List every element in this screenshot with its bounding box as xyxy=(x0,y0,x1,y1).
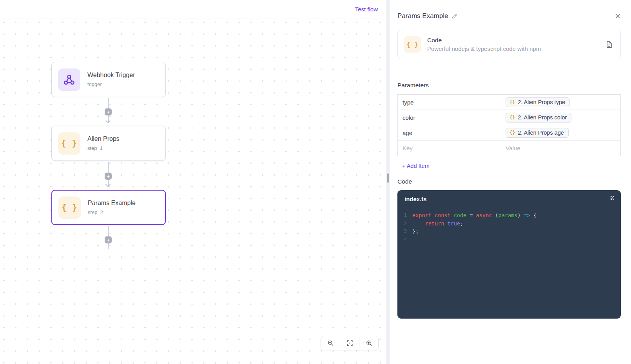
parameters-heading: Parameters xyxy=(397,82,621,89)
step-type-card[interactable]: { } Code Powerful nodejs & typescript co… xyxy=(397,30,621,59)
test-flow-button[interactable]: Test flow xyxy=(355,6,378,13)
code-text: export const code = async (params) => { xyxy=(412,211,537,220)
value-placeholder: Value xyxy=(506,145,520,151)
braces-icon: { } xyxy=(406,41,418,48)
fit-view-button[interactable] xyxy=(340,336,359,350)
document-icon xyxy=(605,40,613,49)
code-editor[interactable]: index.ts 1export const code = async (par… xyxy=(397,190,621,319)
add-step-button[interactable]: + xyxy=(105,173,112,180)
panel-resizer[interactable] xyxy=(386,0,390,364)
node-subtitle: step_2 xyxy=(88,209,136,215)
parameter-row: color{}2. Alien Props color xyxy=(398,110,620,125)
param-value-cell[interactable]: {}2. Alien Props color xyxy=(500,110,620,125)
flow-canvas[interactable]: Test flow Webhook Trigger trigger + { } xyxy=(0,0,386,364)
param-key-cell[interactable]: type xyxy=(398,95,500,110)
zoom-out-icon xyxy=(327,339,334,347)
resize-handle[interactable] xyxy=(387,173,389,183)
line-number: 4 xyxy=(397,236,412,244)
chip-label: 2. Alien Props age xyxy=(518,130,564,136)
line-number: 1 xyxy=(397,211,412,220)
code-text: return true; xyxy=(412,220,463,228)
node-subtitle: trigger xyxy=(87,81,135,87)
close-panel-button[interactable] xyxy=(615,13,621,19)
line-number: 3 xyxy=(397,227,412,236)
chip-label: 2. Alien Props type xyxy=(518,99,565,105)
docs-button[interactable] xyxy=(605,40,613,49)
card-icon-box: { } xyxy=(404,36,421,53)
braces-icon: {} xyxy=(510,115,515,120)
zoom-in-icon xyxy=(365,339,373,347)
app-root: Test flow Webhook Trigger trigger + { } xyxy=(0,0,631,364)
param-key-input[interactable]: Key xyxy=(398,141,500,156)
param-value-cell[interactable]: {}2. Alien Props type xyxy=(500,95,620,110)
card-subtitle: Powerful nodejs & typescript code with n… xyxy=(427,45,541,52)
code-line: 2 return true; xyxy=(397,220,621,228)
param-value-chip[interactable]: {}2. Alien Props age xyxy=(506,128,569,138)
node-title: Params Example xyxy=(88,200,136,207)
code-line: 4 xyxy=(397,236,621,244)
param-value-cell[interactable]: {}2. Alien Props age xyxy=(500,125,620,140)
node-subtitle: step_1 xyxy=(87,145,120,151)
braces-icon: { } xyxy=(61,139,77,148)
connector-arrow-icon xyxy=(105,118,111,123)
node-webhook-trigger[interactable]: Webhook Trigger trigger xyxy=(51,62,166,97)
add-step-button[interactable]: + xyxy=(105,236,112,243)
node-icon-box xyxy=(58,68,80,91)
line-number: 2 xyxy=(397,220,412,228)
fit-view-icon xyxy=(346,339,354,347)
expand-editor-button[interactable] xyxy=(609,195,615,201)
node-title: Alien Props xyxy=(87,135,120,142)
param-value-chip[interactable]: {}2. Alien Props color xyxy=(506,113,571,123)
canvas-topbar: Test flow xyxy=(0,0,386,18)
panel-title: Params Example xyxy=(397,12,448,20)
webhook-icon xyxy=(63,74,75,86)
param-value-chip[interactable]: {}2. Alien Props type xyxy=(506,97,570,107)
zoom-in-button[interactable] xyxy=(359,336,378,350)
code-line: 3}; xyxy=(397,227,621,236)
code-heading: Code xyxy=(397,178,621,185)
parameter-row: type{}2. Alien Props type xyxy=(398,95,620,110)
node-alien-props[interactable]: { } Alien Props step_1 xyxy=(51,126,166,161)
expand-icon xyxy=(609,195,615,201)
editor-filename: index.ts xyxy=(397,196,621,202)
braces-icon: {} xyxy=(510,99,515,105)
braces-icon: {} xyxy=(510,130,515,135)
rename-button[interactable] xyxy=(451,13,457,19)
param-value-input[interactable]: Value xyxy=(500,141,620,156)
connector-arrow-icon xyxy=(105,182,111,187)
zoom-out-button[interactable] xyxy=(321,336,340,350)
node-params-example[interactable]: { } Params Example step_2 xyxy=(51,190,166,225)
node-icon-box: { } xyxy=(58,196,81,219)
code-text: }; xyxy=(412,227,419,236)
pencil-icon xyxy=(451,13,457,19)
code-lines: 1export const code = async (params) => {… xyxy=(397,211,621,243)
add-item-button[interactable]: + Add Item xyxy=(402,163,430,169)
card-title: Code xyxy=(427,37,541,44)
parameter-row: age{}2. Alien Props age xyxy=(398,125,620,141)
config-panel: Params Example { } Code Powerful nodejs … xyxy=(390,0,631,364)
code-line: 1export const code = async (params) => { xyxy=(397,211,621,220)
param-key-cell[interactable]: age xyxy=(398,125,500,140)
node-icon-box: { } xyxy=(58,132,80,155)
param-key-cell[interactable]: color xyxy=(398,110,500,125)
braces-icon: { } xyxy=(62,203,78,212)
key-placeholder: Key xyxy=(403,145,413,151)
zoom-toolbar xyxy=(321,336,379,350)
parameter-row-empty: KeyValue xyxy=(398,141,620,156)
node-title: Webhook Trigger xyxy=(87,72,135,79)
close-icon xyxy=(615,13,621,19)
panel-header: Params Example xyxy=(397,8,621,24)
add-step-button[interactable]: + xyxy=(105,108,112,115)
parameters-table: type{}2. Alien Props typecolor{}2. Alien… xyxy=(397,94,621,156)
chip-label: 2. Alien Props color xyxy=(518,114,567,121)
